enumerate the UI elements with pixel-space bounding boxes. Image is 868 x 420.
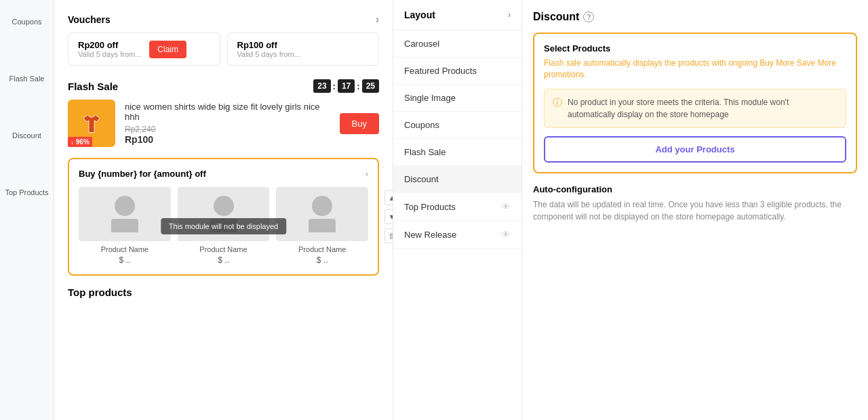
discount-product-3: Product Name $ .. [276, 187, 368, 265]
layout-item-top-products[interactable]: Top Products 👁 [393, 193, 521, 221]
person-figure-1 [111, 196, 138, 232]
vouchers-arrow-icon[interactable]: › [376, 14, 379, 26]
timer-minutes: 17 [338, 79, 355, 93]
person-head-icon-1 [115, 196, 135, 216]
auto-config-title: Auto-configuration [533, 184, 857, 194]
flash-sale-current-price: Rp100 [125, 134, 330, 145]
warning-text: No product in your store meets the crite… [568, 96, 837, 121]
info-icon[interactable]: ? [583, 12, 594, 22]
person-head-icon-2 [214, 196, 234, 216]
products-grid-wrapper: Product Name $ .. Product Name $ .. [79, 187, 368, 265]
select-products-box: Select Products Flash sale automatically… [533, 33, 857, 173]
select-products-title: Select Products [544, 43, 846, 54]
select-products-desc: Flash sale automatically displays the pr… [544, 58, 846, 81]
voucher-valid-1: Valid 5 days from... [78, 50, 141, 58]
right-panel-title: Discount ? [533, 11, 857, 23]
layout-item-single-image-label: Single Image [404, 93, 456, 103]
scroll-down-button[interactable]: ▼ [384, 209, 393, 224]
warning-icon: ⓘ [553, 97, 562, 109]
voucher-card-1: Rp200 off Valid 5 days from... Claim [68, 33, 220, 66]
discount-badge: ↓ 96% [68, 137, 92, 147]
sidebar-item-flash-sale[interactable]: Flash Sale [4, 70, 50, 87]
layout-item-new-release[interactable]: New Release 👁 [393, 221, 521, 249]
flash-sale-original-price: Rp2,240 [125, 125, 330, 134]
discount-module: Buy {number} for {amount} off › Product … [68, 158, 379, 276]
product-placeholder-3 [276, 187, 368, 241]
scroll-up-button[interactable]: ▲ [384, 190, 393, 205]
discount-module-wrapper: Buy {number} for {amount} off › Product … [68, 158, 379, 276]
product-name-label-1: Product Name [79, 245, 171, 253]
flash-sale-item: ↓ 96% nice women shirts wide big size fi… [68, 100, 379, 147]
layout-item-top-products-label: Top Products [404, 202, 456, 212]
sidebar-item-discount[interactable]: Discount [7, 127, 47, 144]
eye-off-icon-new-release: 👁 [501, 229, 511, 240]
flash-sale-product-image-wrap: ↓ 96% [68, 100, 115, 147]
layout-item-carousel[interactable]: Carousel [393, 30, 521, 58]
flash-sale-header: Flash Sale 23 : 17 : 25 [68, 79, 379, 93]
flash-sale-product-name: nice women shirts wide big size fit love… [125, 102, 330, 122]
product-placeholder-1 [79, 187, 171, 241]
layout-panel-chevron-icon[interactable]: › [508, 10, 511, 20]
vouchers-header: Vouchers › [68, 14, 379, 26]
overlay-message: This module will not be displayed [161, 218, 286, 234]
auto-config-section: Auto-configuration The data will be upda… [533, 184, 857, 223]
left-sidebar: Coupons Flash Sale Discount Top Products [0, 0, 54, 420]
person-head-icon-3 [312, 196, 332, 216]
claim-button-1[interactable]: Claim [149, 41, 186, 58]
flash-sale-buy-button[interactable]: Buy [340, 113, 379, 134]
layout-item-new-release-label: New Release [404, 230, 456, 240]
layout-panel-header: Layout › [393, 0, 521, 30]
timer-sep-1: : [333, 81, 336, 91]
flash-sale-title: Flash Sale [68, 81, 118, 92]
voucher-info-1: Rp200 off Valid 5 days from... [78, 40, 141, 58]
top-products-title: Top products [68, 287, 379, 298]
main-preview: Vouchers › Rp200 off Valid 5 days from..… [54, 0, 393, 420]
timer-hours: 23 [313, 79, 330, 93]
discount-module-arrow-icon[interactable]: › [366, 169, 368, 179]
add-products-button[interactable]: Add your Products [544, 136, 846, 163]
flash-sale-timer: 23 : 17 : 25 [313, 79, 379, 93]
voucher-amount-2: Rp100 off [237, 40, 300, 50]
flash-sale-product-info: nice women shirts wide big size fit love… [125, 102, 330, 145]
layout-item-carousel-label: Carousel [404, 39, 439, 49]
product-name-label-3: Product Name [276, 245, 368, 253]
scroll-controls: ▲ ▼ 🗑 [384, 190, 393, 243]
discount-module-header: Buy {number} for {amount} off › [79, 169, 368, 179]
voucher-info-2: Rp100 off Valid 5 days from... [237, 40, 300, 58]
layout-panel-title: Layout [404, 9, 435, 20]
sidebar-item-top-products[interactable]: Top Products [0, 184, 54, 201]
eye-off-icon-top-products: 👁 [501, 201, 511, 212]
discount-product-1: Product Name $ .. [79, 187, 171, 265]
vouchers-title: Vouchers [68, 14, 111, 25]
product-name-label-2: Product Name [178, 245, 270, 253]
product-price-label-2: $ .. [178, 255, 270, 265]
timer-seconds: 25 [362, 79, 379, 93]
timer-sep-2: : [357, 81, 359, 91]
discount-module-title: Buy {number} for {amount} off [79, 169, 206, 179]
layout-item-flash-sale-label: Flash Sale [404, 147, 446, 157]
layout-item-coupons[interactable]: Coupons [393, 112, 521, 139]
sidebar-item-coupons[interactable]: Coupons [6, 14, 47, 30]
person-figure-3 [309, 196, 336, 232]
right-panel-title-text: Discount [533, 11, 579, 23]
layout-item-discount[interactable]: Discount [393, 166, 521, 193]
person-body-icon-1 [111, 219, 138, 232]
voucher-valid-2: Valid 5 days from... [237, 50, 300, 58]
auto-config-desc: The data will be updated in real time. O… [533, 198, 857, 223]
layout-item-flash-sale[interactable]: Flash Sale [393, 139, 521, 166]
layout-item-coupons-label: Coupons [404, 120, 439, 130]
layout-item-featured-products[interactable]: Featured Products [393, 58, 521, 85]
voucher-amount-1: Rp200 off [78, 40, 141, 50]
layout-panel: Layout › Carousel Featured Products Sing… [393, 0, 522, 420]
person-body-icon-3 [309, 219, 336, 232]
product-price-label-3: $ .. [276, 255, 368, 265]
layout-item-discount-label: Discount [404, 174, 439, 184]
voucher-card-2: Rp100 off Valid 5 days from... [227, 33, 380, 66]
warning-box: ⓘ No product in your store meets the cri… [544, 89, 846, 128]
layout-item-featured-label: Featured Products [404, 66, 477, 76]
layout-item-single-image[interactable]: Single Image [393, 85, 521, 112]
product-price-label-1: $ .. [79, 255, 171, 265]
vouchers-list: Rp200 off Valid 5 days from... Claim Rp1… [68, 33, 379, 66]
right-panel: Discount ? Select Products Flash sale au… [522, 0, 868, 420]
delete-button[interactable]: 🗑 [384, 228, 393, 243]
